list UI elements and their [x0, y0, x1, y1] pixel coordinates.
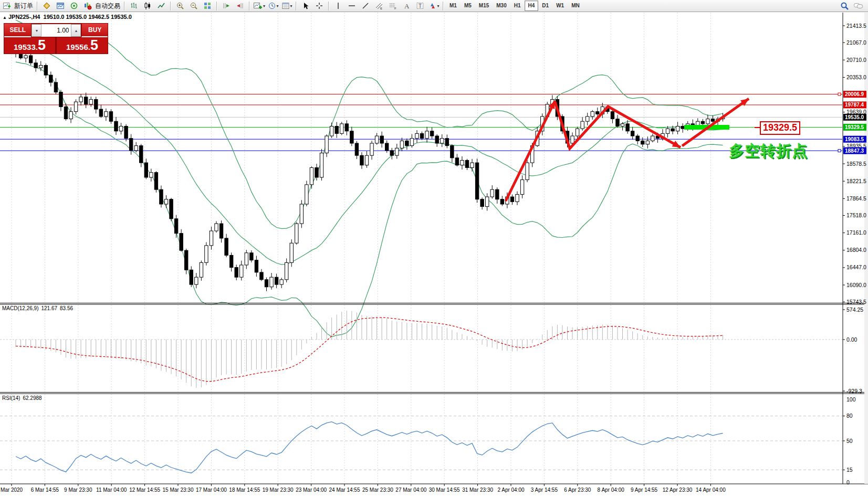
sell-price[interactable]: 19533.5 — [4, 37, 57, 54]
price-callout-label: 19329.5 — [760, 121, 800, 135]
chat-icon[interactable] — [851, 1, 865, 11]
macd-scale-label: 574.25 — [846, 306, 863, 313]
rsi-line — [16, 422, 723, 473]
one-click-trading-panel: SELL ▼ ▲ BUY 19533.5 19556.5 — [4, 23, 108, 54]
timeframe-button-w1[interactable]: W1 — [552, 1, 568, 11]
buy-button[interactable]: BUY — [81, 24, 108, 37]
chart-ohlc: 19510.0 19535.0 19462.5 19535.0 — [44, 14, 132, 20]
sell-button[interactable]: SELL — [4, 24, 31, 37]
buy-price[interactable]: 19556.5 — [57, 37, 108, 54]
toolbar-separator — [37, 2, 38, 10]
chart-window: 21413.521067.020710.020353.019639.018935… — [0, 0, 868, 497]
macd-indicator-label: MACD(12,26,9)121.6783.56 — [2, 305, 76, 311]
time-tick-label: 6 Mar 14:55 — [31, 487, 59, 493]
tile-windows-icon[interactable] — [201, 1, 214, 11]
text-tool-icon[interactable]: A — [400, 1, 413, 11]
horizontal-line-tool-icon[interactable] — [345, 1, 359, 11]
time-tick-label: 24 Mar 14:55 — [329, 487, 360, 493]
timeframe-button-h4[interactable]: H4 — [525, 1, 539, 11]
line-handle[interactable] — [838, 150, 841, 152]
candles-layer — [14, 49, 725, 291]
rsi-scale-label: 50 — [846, 438, 853, 444]
volume-input[interactable] — [41, 24, 71, 37]
price-tick-label: 18221.5 — [846, 178, 866, 184]
chart-shift-icon[interactable] — [233, 1, 247, 11]
trendline-tool-icon[interactable] — [359, 1, 372, 11]
bollinger-lower-line — [16, 62, 723, 337]
time-tick-label: 19 Mar 23:30 — [263, 487, 294, 493]
chart-expander-icon[interactable]: ▲ — [3, 15, 7, 20]
crosshair-icon[interactable] — [312, 1, 326, 11]
timeframe-button-m30[interactable]: M30 — [493, 1, 510, 11]
candlestick-chart-icon[interactable] — [141, 1, 154, 11]
price-tick-label: 16090.0 — [846, 282, 866, 288]
time-tick-label: Mar 2020 — [1, 487, 23, 493]
price-tick-label: 18578.5 — [846, 161, 866, 167]
timeframe-button-d1[interactable]: D1 — [538, 1, 552, 11]
timeframe-button-m1[interactable]: M1 — [446, 1, 461, 11]
period-clock-icon[interactable]: ▾ — [266, 1, 280, 11]
timeframe-button-m5[interactable]: M5 — [461, 1, 475, 11]
dropdown-caret-icon: ▾ — [263, 4, 265, 8]
time-tick-label: 12 Mar 14:55 — [129, 487, 160, 493]
new-order-label[interactable]: 新订单 — [14, 2, 33, 10]
timeframe-group: M1M5M15M30H1H4D1W1MN — [446, 1, 583, 11]
time-tick-label: 31 Mar 23:30 — [462, 487, 493, 493]
timeframe-button-mn[interactable]: MN — [568, 1, 583, 11]
timeframe-button-h1[interactable]: H1 — [510, 1, 525, 11]
time-tick-label: 23 Mar 04:00 — [296, 487, 327, 493]
rsi-indicator-label: RSI(14)62.2988 — [2, 395, 45, 401]
dropdown-caret-icon: ▾ — [290, 4, 292, 8]
turning-point-annotation: 多空转折点 — [729, 141, 808, 162]
shapes-tool-icon[interactable]: ▾ — [427, 1, 441, 11]
new-chart-icon[interactable]: ▾ — [252, 1, 266, 11]
vertical-line-tool-icon[interactable] — [331, 1, 345, 11]
zoom-out-icon[interactable] — [187, 1, 201, 11]
text-label-tool-icon[interactable]: T — [413, 1, 427, 11]
bollinger-middle-line — [16, 41, 723, 265]
chart-canvas[interactable]: 21413.521067.020710.020353.019639.018935… — [0, 0, 868, 497]
timeframe-button-m15[interactable]: M15 — [475, 1, 493, 11]
rsi-value: 62.2988 — [23, 395, 41, 401]
channel-tool-icon[interactable]: E — [372, 1, 386, 11]
signal-icon[interactable] — [67, 1, 81, 11]
time-tick-label: 17 Mar 04:00 — [196, 487, 227, 493]
line-handle[interactable] — [838, 93, 841, 96]
price-level-label: 19535.0 — [845, 114, 864, 120]
charts-window-icon[interactable] — [54, 1, 67, 11]
time-tick-label: 30 Mar 14:55 — [429, 487, 460, 493]
macd-scale-label: -929.3 — [846, 388, 862, 394]
price-tick-label: 20710.0 — [846, 57, 866, 63]
svg-text:E: E — [380, 7, 382, 10]
autotrading-label[interactable]: 自动交易 — [95, 2, 120, 10]
toolbar: 新订单 自动交易 ▾ ▾ ▾ — [0, 0, 868, 12]
line-chart-icon[interactable] — [154, 1, 168, 11]
fibonacci-tool-icon[interactable]: F — [386, 1, 400, 11]
svg-text:T: T — [419, 3, 422, 9]
autotrading-icon[interactable] — [81, 1, 95, 11]
zoom-in-icon[interactable] — [173, 1, 187, 11]
volume-decrease-button[interactable]: ▼ — [32, 24, 41, 37]
bar-chart-icon[interactable] — [127, 1, 141, 11]
cursor-icon[interactable] — [299, 1, 312, 11]
auto-scroll-icon[interactable] — [219, 1, 233, 11]
new-order-button[interactable] — [0, 1, 14, 11]
macd-signal-line — [16, 318, 723, 382]
time-tick-label: 12 Apr 23:30 — [663, 487, 693, 493]
gold-badge-icon[interactable] — [40, 1, 54, 11]
time-tick-label: 25 Mar 23:30 — [362, 487, 393, 493]
search-icon[interactable] — [838, 1, 851, 11]
time-tick-label: 11 Mar 04:00 — [96, 487, 127, 493]
svg-text:A: A — [404, 2, 410, 10]
price-tick-label: 20353.0 — [846, 74, 866, 80]
time-tick-label: 18 Mar 14:55 — [229, 487, 260, 493]
price-tick-label: 17518.0 — [846, 212, 866, 218]
trend-arrow — [682, 99, 749, 146]
volume-increase-button[interactable]: ▲ — [71, 24, 81, 37]
template-icon[interactable]: ▾ — [280, 1, 294, 11]
price-tick-label: 16804.0 — [846, 247, 866, 253]
macd-scale-label: 0.00 — [846, 336, 857, 343]
buy-price-fraction: 5 — [90, 38, 98, 52]
macd-name: MACD(12,26,9) — [2, 305, 38, 311]
time-tick-label: 14 Apr 04:00 — [696, 487, 726, 493]
